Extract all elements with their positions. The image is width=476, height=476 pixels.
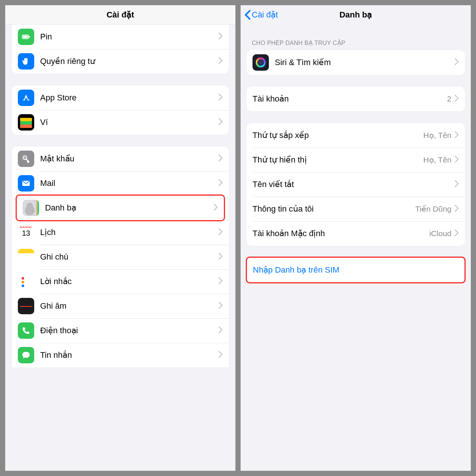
chevron-right-icon — [218, 93, 223, 102]
settings-content[interactable]: Pin Quyền riêng tư App Store — [5, 25, 235, 471]
svg-point-4 — [25, 157, 26, 158]
row-siri-search[interactable]: Siri & Tìm kiếm — [247, 50, 465, 75]
chevron-right-icon — [454, 229, 459, 238]
row-label: Lời nhắc — [40, 277, 218, 286]
chevron-right-icon — [218, 351, 223, 360]
chevron-right-icon — [218, 154, 223, 163]
contacts-icon — [23, 200, 39, 216]
settings-row-wallet[interactable]: Ví — [12, 110, 229, 135]
contacts-content[interactable]: CHO PHÉP DANH BẠ TRUY CẬP Siri & Tìm kiế… — [241, 25, 471, 471]
reminders-icon — [18, 273, 34, 290]
key-icon — [18, 151, 34, 167]
row-my-info[interactable]: Thông tin của tôi Tiến Dũng — [247, 197, 465, 221]
battery-icon — [18, 29, 34, 45]
row-value: 2 — [447, 94, 451, 103]
chevron-right-icon — [218, 326, 223, 335]
highlight-contacts: Danh bạ — [16, 194, 225, 221]
page-title: Cài đặt — [106, 10, 134, 20]
settings-row-appstore[interactable]: App Store — [12, 86, 229, 110]
chevron-right-icon — [218, 277, 223, 286]
row-label: Tin nhắn — [40, 350, 218, 360]
row-sort-order[interactable]: Thứ tự sắp xếp Họ, Tên — [247, 123, 465, 148]
chevron-right-icon — [454, 131, 459, 140]
chevron-right-icon — [218, 302, 223, 311]
wallet-icon — [18, 114, 34, 131]
chevron-right-icon — [213, 203, 218, 212]
row-value: Họ, Tên — [423, 131, 451, 140]
row-label: Điện thoại — [40, 326, 218, 335]
settings-row-battery[interactable]: Pin — [12, 25, 229, 49]
highlight-import-sim: Nhập Danh bạ trên SIM — [246, 257, 466, 283]
chevron-right-icon — [218, 253, 223, 261]
row-label: Ví — [40, 118, 218, 127]
settings-row-contacts[interactable]: Danh bạ — [17, 196, 224, 220]
settings-row-privacy[interactable]: Quyền riêng tư — [12, 49, 229, 74]
row-label: Lịch — [40, 228, 218, 237]
row-default-account[interactable]: Tài khoản Mặc định iCloud — [247, 221, 465, 246]
row-label: Tên viết tắt — [253, 180, 454, 189]
row-label: Danh bạ — [45, 203, 213, 213]
settings-row-reminders[interactable]: Lời nhắc — [12, 269, 229, 294]
row-label: Ghi chú — [40, 252, 218, 262]
chevron-right-icon — [454, 205, 459, 213]
row-accounts[interactable]: Tài khoản 2 — [247, 87, 465, 111]
navbar-settings: Cài đặt — [5, 5, 235, 25]
chevron-right-icon — [218, 118, 223, 127]
siri-icon — [253, 54, 269, 71]
back-button[interactable]: Cài đặt — [244, 10, 278, 20]
chevron-right-icon — [218, 179, 223, 188]
appstore-icon — [18, 90, 34, 106]
row-label: Tài khoản — [253, 94, 447, 104]
chevron-right-icon — [454, 180, 459, 189]
row-label: Thứ tự sắp xếp — [253, 131, 423, 140]
row-value: iCloud — [429, 229, 451, 238]
privacy-hand-icon — [18, 53, 34, 70]
settings-screen: Cài đặt Pin Quyền riêng tư — [5, 5, 235, 471]
row-label: Siri & Tìm kiếm — [275, 58, 454, 67]
contacts-settings-screen: Cài đặt Danh bạ CHO PHÉP DANH BẠ TRUY CẬ… — [241, 5, 471, 471]
settings-row-notes[interactable]: Ghi chú — [12, 245, 229, 269]
section-header-allow: CHO PHÉP DANH BẠ TRUY CẬP — [241, 25, 471, 50]
settings-row-voicememos[interactable]: Ghi âm — [12, 294, 229, 318]
row-short-name[interactable]: Tên viết tắt — [247, 172, 465, 197]
row-label: Tài khoản Mặc định — [253, 229, 429, 238]
calendar-icon — [18, 224, 34, 241]
chevron-right-icon — [218, 57, 223, 66]
svg-rect-1 — [23, 36, 28, 38]
phone-icon — [18, 322, 34, 339]
settings-row-calendar[interactable]: Lịch — [12, 220, 229, 245]
row-label: Mail — [40, 178, 218, 188]
chevron-right-icon — [218, 32, 223, 41]
row-label: Thông tin của tôi — [253, 204, 415, 214]
row-display-order[interactable]: Thứ tự hiển thị Họ, Tên — [247, 148, 465, 172]
row-label: Pin — [40, 32, 218, 42]
voicememo-icon — [18, 298, 34, 314]
settings-row-mail[interactable]: Mail — [12, 171, 229, 196]
back-label: Cài đặt — [252, 10, 278, 20]
settings-row-passwords[interactable]: Mật khẩu — [12, 147, 229, 171]
row-label: Nhập Danh bạ trên SIM — [253, 265, 459, 275]
row-value: Họ, Tên — [423, 155, 451, 164]
chevron-right-icon — [454, 155, 459, 164]
row-import-sim[interactable]: Nhập Danh bạ trên SIM — [247, 258, 464, 282]
chevron-right-icon — [454, 58, 459, 67]
row-label: Mật khẩu — [40, 154, 218, 164]
notes-icon — [18, 249, 34, 265]
chevron-right-icon — [454, 94, 459, 103]
row-value: Tiến Dũng — [415, 205, 451, 213]
settings-row-messages[interactable]: Tin nhắn — [12, 343, 229, 367]
row-label: Ghi âm — [40, 301, 218, 311]
row-label: App Store — [40, 93, 218, 103]
row-label: Thứ tự hiển thị — [253, 155, 423, 165]
page-title: Danh bạ — [340, 10, 372, 20]
navbar-contacts: Cài đặt Danh bạ — [241, 5, 471, 25]
settings-row-phone[interactable]: Điện thoại — [12, 318, 229, 343]
row-label: Quyền riêng tư — [40, 57, 218, 66]
chevron-right-icon — [218, 228, 223, 237]
mail-icon — [18, 175, 34, 192]
svg-rect-2 — [29, 36, 30, 38]
messages-icon — [18, 347, 34, 363]
